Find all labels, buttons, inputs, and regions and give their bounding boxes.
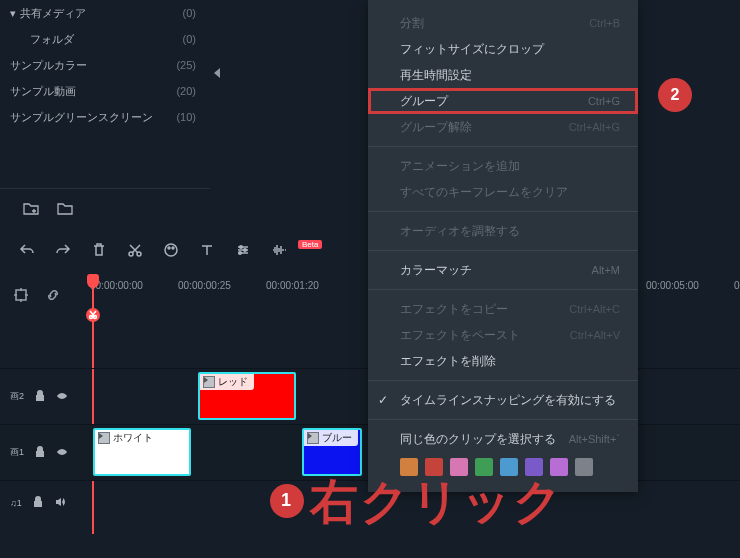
audio-icon[interactable] xyxy=(270,241,288,259)
annotation-badge-1: 1 xyxy=(270,484,304,518)
redo-icon[interactable] xyxy=(54,241,72,259)
lock-icon[interactable] xyxy=(32,496,44,510)
sidebar-item-sample-color[interactable]: サンプルカラー (25) xyxy=(0,52,210,78)
menu-separator xyxy=(368,419,638,420)
svg-point-7 xyxy=(239,252,242,255)
svg-point-4 xyxy=(172,247,174,249)
swatch[interactable] xyxy=(575,458,593,476)
sidebar-item-folder[interactable]: フォルダ (0) xyxy=(0,26,210,52)
menu-timeline-snapping[interactable]: ✓タイムラインスナッピングを有効にする xyxy=(368,387,638,413)
clip-white[interactable]: ホワイト xyxy=(93,428,191,476)
annotation-text: 1右クリック xyxy=(270,470,564,534)
sidebar-item-shared-media[interactable]: ▾共有メディア (0) xyxy=(0,0,210,26)
menu-ungroup: グループ解除Ctrl+Alt+G xyxy=(368,114,638,140)
track-label: 画2 xyxy=(10,390,24,403)
menu-separator xyxy=(368,250,638,251)
sidebar-item-sample-greenscreen[interactable]: サンプルグリーンスクリーン (10) xyxy=(0,104,210,130)
undo-icon[interactable] xyxy=(18,241,36,259)
clip-red[interactable]: レッド xyxy=(198,372,296,420)
sidebar-item-sample-video[interactable]: サンプル動画 (20) xyxy=(0,78,210,104)
link-icon[interactable] xyxy=(42,284,64,306)
menu-duration[interactable]: 再生時間設定 xyxy=(368,62,638,88)
menu-clear-keyframes: すべてのキーフレームをクリア xyxy=(368,179,638,205)
menu-separator xyxy=(368,380,638,381)
folder-actions xyxy=(0,188,210,228)
menu-fit-crop[interactable]: フィットサイズにクロップ xyxy=(368,36,638,62)
media-sidebar: ▾共有メディア (0) フォルダ (0) サンプルカラー (25) サンプル動画… xyxy=(0,0,210,228)
cut-icon[interactable] xyxy=(126,241,144,259)
track-label: ♫1 xyxy=(10,498,22,508)
menu-separator xyxy=(368,146,638,147)
marker-icon[interactable] xyxy=(10,284,32,306)
new-folder-icon[interactable] xyxy=(22,200,40,218)
menu-adjust-audio: オーディオを調整する xyxy=(368,218,638,244)
eye-icon[interactable] xyxy=(56,446,68,460)
menu-color-match[interactable]: カラーマッチAlt+M xyxy=(368,257,638,283)
svg-point-6 xyxy=(244,249,247,252)
folder-icon[interactable] xyxy=(56,200,74,218)
menu-group[interactable]: グループCtrl+G xyxy=(368,88,638,114)
menu-split: 分割Ctrl+B xyxy=(368,10,638,36)
svg-point-5 xyxy=(240,246,243,249)
menu-select-same-color[interactable]: 同じ色のクリップを選択するAlt+Shift+` xyxy=(368,426,638,452)
lock-icon[interactable] xyxy=(34,446,46,460)
eye-icon[interactable] xyxy=(56,390,68,404)
speaker-icon[interactable] xyxy=(54,496,66,510)
clip-blue[interactable]: ブルー xyxy=(302,428,362,476)
menu-paste-effects: エフェクトをペーストCtrl+Alt+V xyxy=(368,322,638,348)
menu-copy-effects: エフェクトをコピーCtrl+Alt+C xyxy=(368,296,638,322)
svg-point-3 xyxy=(168,247,170,249)
track-label: 画1 xyxy=(10,446,24,459)
text-icon[interactable] xyxy=(198,241,216,259)
delete-icon[interactable] xyxy=(90,241,108,259)
svg-rect-8 xyxy=(16,290,26,300)
menu-remove-effects[interactable]: エフェクトを削除 xyxy=(368,348,638,374)
clip-label: レッド xyxy=(200,374,254,390)
check-icon: ✓ xyxy=(378,393,388,407)
lock-icon[interactable] xyxy=(34,390,46,404)
clip-label: ホワイト xyxy=(95,430,159,446)
menu-separator xyxy=(368,289,638,290)
menu-separator xyxy=(368,211,638,212)
svg-point-12 xyxy=(61,450,64,453)
svg-point-11 xyxy=(61,394,64,397)
collapse-left-icon[interactable] xyxy=(214,68,220,78)
palette-icon[interactable] xyxy=(162,241,180,259)
annotation-badge-2: 2 xyxy=(658,78,692,112)
menu-add-animation: アニメーションを追加 xyxy=(368,153,638,179)
chevron-down-icon: ▾ xyxy=(10,0,20,26)
clip-label: ブルー xyxy=(304,430,358,446)
context-menu: 分割Ctrl+B フィットサイズにクロップ 再生時間設定 グループCtrl+G … xyxy=(368,0,638,492)
adjust-icon[interactable] xyxy=(234,241,252,259)
beta-badge: Beta xyxy=(298,240,322,249)
svg-point-2 xyxy=(165,244,177,256)
